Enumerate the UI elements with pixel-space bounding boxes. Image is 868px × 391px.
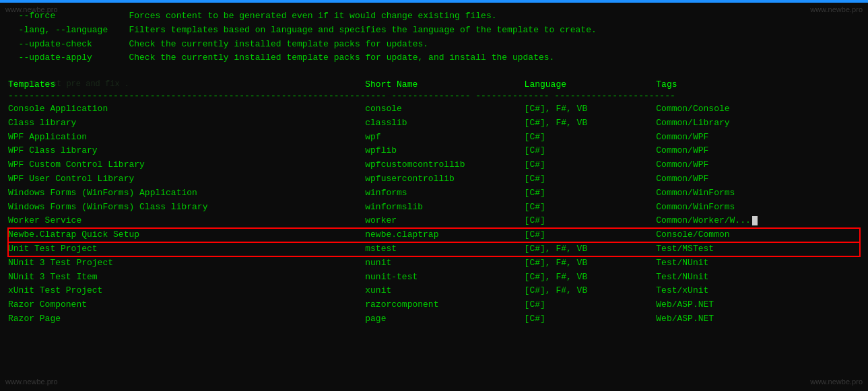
cell-shortname: winforms — [365, 186, 524, 201]
cell-shortname: console — [365, 102, 524, 116]
table-row: Unit Test Projectmstest[C#], F#, VBTest/… — [8, 242, 860, 256]
cell-tags: Common/WinForms — [656, 186, 860, 201]
cell-tags: Web/ASP.NET — [656, 312, 860, 326]
cell-language: [C#], F#, VB — [525, 102, 657, 116]
table-row: Class libraryclasslib[C#], F#, VBCommon/… — [8, 116, 860, 131]
cell-tags: Common/Worker/W... — [656, 214, 860, 228]
cell-shortname: wpfcustomcontrollib — [365, 158, 524, 172]
blank-line-1 — [8, 65, 860, 79]
cell-language: [C#] — [525, 214, 657, 228]
cell-tags: Test/xUnit — [656, 284, 860, 298]
table-row: NUnit 3 Test Itemnunit-test[C#], F#, VBT… — [8, 271, 860, 285]
cell-template: Console Application — [8, 102, 365, 116]
cell-language: [C#], F#, VB — [525, 256, 657, 271]
cell-tags: Common/Console — [656, 102, 860, 116]
cell-shortname: nunit — [365, 256, 524, 271]
cell-shortname: wpflib — [365, 144, 524, 158]
cell-language: [C#] — [525, 186, 657, 201]
cell-language: [C#] — [525, 298, 657, 312]
col-header-shortname: Short Name — [365, 79, 524, 91]
table-row: WPF Applicationwpf[C#]Common/WPF — [8, 131, 860, 145]
cell-tags: Console/Common — [656, 228, 860, 242]
watermark-bottom-right: www.newbe.pro — [810, 378, 863, 386]
cell-shortname: wpfusercontrollib — [365, 172, 524, 186]
table-row: WPF User Control Librarywpfusercontrolli… — [8, 172, 860, 186]
cell-shortname: classlib — [365, 116, 524, 131]
table-separator-row: ----------------------------------------… — [8, 91, 860, 102]
cell-template: Windows Forms (WinForms) Application — [8, 186, 365, 201]
cell-tags: Web/ASP.NET — [656, 298, 860, 312]
cell-template: WPF Custom Control Library — [8, 158, 365, 172]
cell-shortname: mstest — [365, 242, 524, 256]
table-row: NUnit 3 Test Projectnunit[C#], F#, VBTes… — [8, 256, 860, 271]
update-check-line: --update-check Check the currently insta… — [8, 38, 860, 52]
lang-flag-line: -lang, --language Filters templates base… — [8, 24, 860, 38]
templates-table: Templates Short Name Language Tags -----… — [8, 79, 860, 326]
cell-template: Razor Page — [8, 312, 365, 326]
bg-text-1: dotnet test pre and fix . — [8, 78, 129, 91]
top-bar — [0, 0, 868, 3]
table-row: WPF Class librarywpflib[C#]Common/WPF — [8, 144, 860, 158]
cell-shortname: newbe.claptrap — [365, 228, 524, 242]
table-row: Newbe.Clatrap Quick Setupnewbe.claptrap[… — [8, 228, 860, 242]
cell-language: [C#] — [525, 158, 657, 172]
cell-shortname: wpf — [365, 131, 524, 145]
cell-language: [C#], F#, VB — [525, 116, 657, 131]
cell-language: [C#] — [525, 131, 657, 145]
terminal-window: --force Forces content to be generated e… — [0, 0, 868, 391]
table-separator: ----------------------------------------… — [8, 91, 860, 102]
table-row: Console Applicationconsole[C#], F#, VBCo… — [8, 102, 860, 116]
cell-template: NUnit 3 Test Item — [8, 271, 365, 285]
cell-tags: Common/WPF — [656, 144, 860, 158]
cell-template: Class library — [8, 116, 365, 131]
cell-tags: Common/WinForms — [656, 201, 860, 215]
cell-language: [C#] — [525, 228, 657, 242]
cell-language: [C#] — [525, 201, 657, 215]
cell-tags: Test/MSTest — [656, 242, 860, 256]
watermark-bottom-left: www.newbe.pro — [5, 378, 58, 386]
cell-shortname: razorcomponent — [365, 298, 524, 312]
cell-shortname: worker — [365, 214, 524, 228]
cell-language: [C#], F#, VB — [525, 242, 657, 256]
cell-template: NUnit 3 Test Project — [8, 256, 365, 271]
cell-language: [C#] — [525, 172, 657, 186]
cell-language: [C#], F#, VB — [525, 284, 657, 298]
cell-shortname: winformslib — [365, 201, 524, 215]
cell-tags: Common/WPF — [656, 172, 860, 186]
cell-template: WPF Class library — [8, 144, 365, 158]
cell-tags: Common/Library — [656, 116, 860, 131]
table-row: Razor Pagepage[C#]Web/ASP.NET — [8, 312, 860, 326]
cell-template: Windows Forms (WinForms) Class library — [8, 201, 365, 215]
table-row: Windows Forms (WinForms) Class librarywi… — [8, 201, 860, 215]
cell-template: Razor Component — [8, 298, 365, 312]
table-row: Razor Componentrazorcomponent[C#]Web/ASP… — [8, 298, 860, 312]
update-apply-line: --update-apply Check the currently insta… — [8, 51, 860, 65]
cell-tags: Common/WPF — [656, 158, 860, 172]
cell-language: [C#] — [525, 144, 657, 158]
cell-shortname: nunit-test — [365, 271, 524, 285]
cell-template: Worker Service — [8, 214, 365, 228]
cell-language: [C#], F#, VB — [525, 271, 657, 285]
cell-template: Unit Test Project — [8, 242, 365, 256]
table-row: WPF Custom Control Librarywpfcustomcontr… — [8, 158, 860, 172]
cell-shortname: page — [365, 312, 524, 326]
table-row: Worker Serviceworker[C#]Common/Worker/W.… — [8, 214, 860, 228]
cell-tags: Test/NUnit — [656, 271, 860, 285]
force-flag-line: --force Forces content to be generated e… — [8, 9, 860, 24]
cell-tags: Test/NUnit — [656, 256, 860, 271]
cell-template: xUnit Test Project — [8, 284, 365, 298]
table-row: xUnit Test Projectxunit[C#], F#, VBTest/… — [8, 284, 860, 298]
table-header-row: Templates Short Name Language Tags — [8, 79, 860, 91]
col-header-tags: Tags — [656, 79, 860, 91]
cell-template: WPF Application — [8, 131, 365, 145]
cell-shortname: xunit — [365, 284, 524, 298]
table-row: Windows Forms (WinForms) Applicationwinf… — [8, 186, 860, 201]
cell-template: Newbe.Clatrap Quick Setup — [8, 228, 365, 242]
cell-language: [C#] — [525, 312, 657, 326]
cell-tags: Common/WPF — [656, 131, 860, 145]
col-header-language: Language — [525, 79, 657, 91]
terminal-content: --force Forces content to be generated e… — [8, 5, 860, 326]
cell-template: WPF User Control Library — [8, 172, 365, 186]
